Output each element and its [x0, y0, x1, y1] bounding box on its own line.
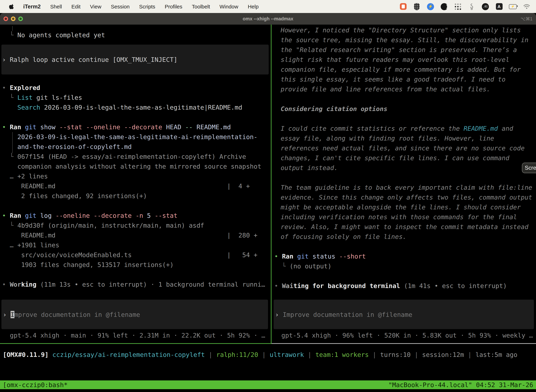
blue-badge-icon[interactable]: ⚡	[427, 3, 434, 10]
terminal-line: and-the-erosion-of-copyleft.md	[2, 142, 271, 152]
terminal-line: README.md | 280 +	[2, 230, 271, 240]
left-prompt-input[interactable]: ›Improve documentation in @filename	[1, 300, 268, 329]
keyboard-layout-icon[interactable]: A	[495, 3, 503, 10]
ralph-inject-line: › Ralph loop active continue [OMX_TMUX_I…	[2, 55, 177, 65]
right-prompt-input[interactable]: ›Improve documentation in @filename	[274, 300, 534, 329]
terminal-line: Considering citation options	[274, 104, 536, 114]
terminal-line: changes, I can't cite specific file line…	[274, 153, 536, 163]
terminal-line: companion file, especially if more comme…	[274, 65, 536, 75]
terminal-line: 2 files changed, 92 insertions(+)	[2, 191, 271, 201]
terminal-line: └ 4b9d30f (origin/main, instructkr/main,…	[2, 221, 271, 230]
menu-item-toolbelt[interactable]: Toolbelt	[192, 3, 210, 10]
pane-divider[interactable]	[271, 25, 272, 344]
wifi-icon[interactable]	[523, 3, 530, 10]
menu-item-shell[interactable]: Shell	[50, 3, 62, 10]
terminal-line: └ No agents completed yet	[2, 30, 271, 40]
terminal-line: slight risk that future readers may over…	[274, 55, 536, 65]
left-model-status: gpt-5.4 xhigh · main · 91% left · 2.31M …	[10, 331, 265, 340]
terminal-line: └ List git ls-files	[2, 93, 271, 103]
menu-bar: iTerm2ShellEditViewSessionScriptsProfile…	[0, 0, 536, 13]
left-pane: └ No agents completed yet › Ralph loop a…	[0, 25, 271, 344]
ralph-inject-box: › Ralph loop active continue [OMX_TMUX_I…	[1, 45, 269, 75]
terminal-line: … +1901 lines	[2, 240, 271, 250]
terminal-line: › Ralph loop active continue [OMX_TMUX_I…	[2, 55, 177, 65]
title-bar[interactable]: omx --xhigh --madmax ⌥⌘1	[0, 13, 536, 25]
terminal-line: Search 2026-03-09-is-legal-the-same-as-l…	[2, 103, 271, 112]
left-scrollback-top: └ No agents completed yet	[2, 30, 271, 40]
menu-item-profiles[interactable]: Profiles	[165, 3, 182, 10]
terminal-line: └ 067f154 (HEAD -> essay/ai-reimplementa…	[2, 152, 271, 162]
right-pane: However, I noticed the "Directory Struct…	[272, 25, 536, 344]
prompt-arrow-icon: ›	[3, 311, 7, 318]
terminal-line: essay file, along with finding root file…	[274, 134, 536, 143]
badge-61-icon[interactable]: ..61	[482, 3, 489, 10]
terminal-line: • Ran git log --oneline --decorate -n 5 …	[2, 211, 271, 221]
tmux-host-clock: "MacBook-Pro-44.local" 04:52 31-Mar-26	[388, 380, 533, 389]
terminal-line: the source tree, missing the essay. Stil…	[274, 35, 536, 45]
terminal-line: the "Related research writing" section i…	[274, 45, 536, 55]
terminal-line	[2, 270, 271, 280]
menu-item-window[interactable]: Window	[220, 3, 238, 10]
omx-status-bar: [OMX#0.11.9] cczip/essay/ai-reimplementa…	[3, 350, 536, 360]
terminal: └ No agents completed yet › Ralph loop a…	[0, 25, 536, 344]
hook-icon[interactable]	[468, 3, 475, 10]
terminal-line: 1903 files changed, 513517 insertions(+)	[2, 260, 271, 270]
terminal-line: provide file and line references from th…	[274, 84, 536, 94]
terminal-line	[2, 201, 271, 211]
battery-icon[interactable]: ⚡	[509, 3, 517, 10]
menu-item-iterm2[interactable]: iTerm2	[23, 3, 41, 10]
terminal-line: However, I noticed the "Directory Struct…	[274, 25, 536, 35]
terminal-line: [OMX#0.11.9] cczip/essay/ai-reimplementa…	[3, 350, 536, 360]
apple-menu[interactable]	[9, 4, 14, 9]
window-title: omx --xhigh --madmax	[0, 16, 536, 21]
right-pane-border	[272, 343, 536, 344]
menu-item-scripts[interactable]: Scripts	[139, 3, 155, 10]
terminal-line: references need actual files, and since …	[274, 143, 536, 153]
menu-item-session[interactable]: Session	[111, 3, 129, 10]
terminal-line: • Ran git status --short	[274, 252, 536, 261]
crescent-app-icon[interactable]	[440, 3, 448, 10]
screen-share-overlay-button[interactable]: Scre	[522, 163, 536, 173]
prompt-arrow-icon: ›	[275, 311, 279, 318]
terminal-line: this single essay, it seems like a good …	[274, 75, 536, 84]
terminal-line	[274, 271, 536, 281]
terminal-line: of focusing solely on file lines.	[274, 232, 536, 242]
window-shortcut-badge: ⌥⌘1	[521, 16, 532, 21]
terminal-line: • Working (11m 13s • esc to interrupt) ·…	[2, 280, 271, 289]
dots-grid-icon[interactable]	[454, 3, 462, 10]
shield-grid-icon[interactable]	[413, 3, 421, 10]
menu-status-icons: ⚡ ..61 A ⚡	[399, 3, 536, 10]
terminal-line: … +2 lines	[2, 171, 271, 181]
right-model-status: gpt-5.4 xhigh · 96% left · 520K in · 5.8…	[281, 331, 533, 340]
terminal-line	[2, 112, 271, 122]
screenshot-app-icon[interactable]	[399, 3, 407, 10]
left-pane-border	[0, 343, 271, 344]
terminal-line: • Ran git show --stat --oneline --decora…	[2, 122, 271, 132]
terminal-line	[274, 114, 536, 124]
terminal-line	[274, 173, 536, 183]
terminal-line: The team guideline is to back every impo…	[274, 183, 536, 192]
tmux-status-bar: [omx-cczip0:bash* "MacBook-Pro-44.local"…	[0, 380, 536, 389]
terminal-line: might be acceptable alongside the file l…	[274, 202, 536, 212]
terminal-line: companion analysis without altering the …	[2, 162, 271, 171]
menu-item-help[interactable]: Help	[248, 3, 259, 10]
terminal-line: • Explored	[2, 83, 271, 93]
right-scrollback: However, I noticed the "Directory Struct…	[274, 25, 536, 291]
terminal-line	[274, 242, 536, 252]
terminal-line: I could cite commit statistics or refere…	[274, 124, 536, 134]
tmux-session-label: [omx-cczip0:bash*	[3, 380, 67, 389]
screen: iTerm2ShellEditViewSessionScriptsProfile…	[0, 0, 536, 392]
terminal-line: • Waiting for background terminal (1m 41…	[274, 281, 536, 291]
terminal-line: evidence. Since this change only affects…	[274, 192, 536, 202]
terminal-line: └ (no output)	[274, 261, 536, 271]
prompt-text: Improve documentation in @filename	[283, 311, 412, 318]
prompt-text: mprove documentation in @filename	[14, 311, 140, 318]
left-scrollback: • Explored └ List git ls-files Search 20…	[2, 83, 271, 289]
menu-item-edit[interactable]: Edit	[72, 3, 81, 10]
menu-items: iTerm2ShellEditViewSessionScriptsProfile…	[23, 3, 259, 10]
apple-icon	[9, 4, 14, 9]
menu-item-view[interactable]: View	[90, 3, 101, 10]
terminal-line: review. Also, I might want to inspect th…	[274, 222, 536, 232]
text-cursor: I	[10, 311, 14, 318]
terminal-line	[274, 94, 536, 104]
